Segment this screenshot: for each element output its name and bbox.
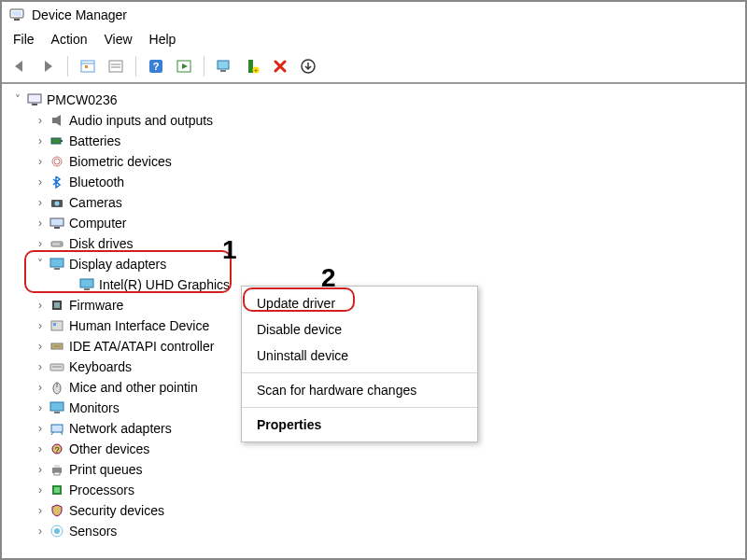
svg-rect-52 bbox=[54, 472, 60, 475]
chevron-right-icon[interactable]: › bbox=[34, 155, 47, 168]
ctx-properties[interactable]: Properties bbox=[242, 412, 477, 438]
add-legacy-hardware-button[interactable]: + bbox=[240, 54, 264, 78]
computer-icon bbox=[49, 215, 65, 231]
tree-category-node[interactable]: ›Disk drives bbox=[6, 233, 741, 254]
chevron-right-icon[interactable]: › bbox=[34, 401, 47, 414]
tree-category-node[interactable]: ›Audio inputs and outputs bbox=[6, 110, 741, 131]
svg-rect-5 bbox=[85, 65, 88, 68]
ctx-scan-hardware[interactable]: Scan for hardware changes bbox=[242, 377, 477, 403]
tree-category-node[interactable]: ›Bluetooth bbox=[6, 172, 741, 192]
tree-category-label: Monitors bbox=[69, 400, 120, 415]
tree-category-label: Biometric devices bbox=[69, 154, 172, 169]
chevron-right-icon[interactable]: › bbox=[34, 525, 47, 538]
toolbar: ? + bbox=[2, 52, 745, 84]
svg-rect-18 bbox=[28, 94, 41, 103]
tree-category-node[interactable]: ˅Display adapters bbox=[6, 254, 741, 274]
chevron-right-icon[interactable]: › bbox=[34, 134, 47, 147]
svg-rect-2 bbox=[14, 19, 20, 21]
tree-category-label: Mice and other pointin bbox=[69, 380, 198, 395]
svg-point-24 bbox=[54, 159, 60, 164]
chevron-right-icon[interactable]: › bbox=[34, 442, 47, 455]
chevron-right-icon[interactable]: › bbox=[34, 463, 47, 476]
chevron-right-icon[interactable]: › bbox=[34, 422, 47, 435]
chevron-right-icon[interactable]: › bbox=[34, 381, 47, 394]
forward-button[interactable] bbox=[35, 54, 60, 78]
chevron-right-icon[interactable]: › bbox=[34, 504, 47, 517]
chevron-right-icon[interactable]: › bbox=[34, 217, 47, 230]
console-tree-button[interactable] bbox=[76, 54, 100, 78]
svg-rect-12 bbox=[218, 61, 229, 69]
ctx-update-driver[interactable]: Update driver bbox=[242, 290, 477, 316]
chevron-right-icon[interactable]: › bbox=[34, 360, 47, 373]
tree-category-label: Disk drives bbox=[69, 236, 133, 251]
tree-category-label: Sensors bbox=[69, 524, 117, 539]
ctx-uninstall-device[interactable]: Uninstall device bbox=[242, 343, 477, 369]
speaker-icon bbox=[49, 112, 65, 129]
other-icon: ? bbox=[49, 441, 65, 457]
uninstall-device-button[interactable] bbox=[268, 54, 292, 78]
menu-bar: File Action View Help bbox=[2, 28, 745, 52]
ctx-disable-device[interactable]: Disable device bbox=[242, 316, 477, 343]
menu-help[interactable]: Help bbox=[149, 32, 176, 47]
tree-category-label: Bluetooth bbox=[69, 175, 124, 189]
menu-file[interactable]: File bbox=[13, 32, 35, 47]
camera-icon bbox=[49, 194, 65, 211]
computer-icon bbox=[26, 91, 43, 108]
svg-rect-51 bbox=[54, 465, 60, 468]
tree-category-node[interactable]: ›Computer bbox=[6, 213, 741, 233]
tree-category-node[interactable]: ›Processors bbox=[6, 480, 741, 500]
device-manager-icon bbox=[9, 7, 24, 22]
tree-category-label: Other devices bbox=[69, 441, 149, 456]
toolbar-separator bbox=[135, 56, 136, 77]
chevron-right-icon[interactable]: › bbox=[34, 175, 47, 189]
monitor-icon bbox=[49, 256, 65, 273]
help-toolbar-button[interactable]: ? bbox=[144, 54, 168, 78]
chevron-right-icon[interactable]: › bbox=[34, 319, 47, 332]
scan-hardware-button[interactable] bbox=[212, 54, 236, 78]
chevron-down-icon[interactable]: ˅ bbox=[34, 258, 47, 271]
menu-action[interactable]: Action bbox=[51, 32, 88, 47]
tree-category-label: Keyboards bbox=[69, 359, 132, 374]
chevron-right-icon[interactable]: › bbox=[34, 196, 47, 209]
svg-rect-46 bbox=[54, 412, 60, 413]
svg-rect-14 bbox=[248, 60, 253, 73]
svg-point-30 bbox=[60, 244, 62, 245]
tree-category-node[interactable]: ›Cameras bbox=[6, 192, 741, 213]
battery-icon bbox=[49, 133, 65, 149]
chevron-right-icon[interactable]: › bbox=[34, 299, 47, 312]
tree-root-node[interactable]: ˅ PMCW0236 bbox=[6, 90, 741, 110]
title-bar: Device Manager bbox=[2, 2, 745, 28]
svg-rect-20 bbox=[52, 118, 56, 123]
chevron-right-icon[interactable]: › bbox=[34, 483, 47, 497]
tree-root-label: PMCW0236 bbox=[47, 92, 117, 107]
toolbar-separator bbox=[67, 56, 68, 77]
toolbar-separator bbox=[204, 56, 204, 77]
chevron-down-icon[interactable]: ˅ bbox=[11, 93, 24, 106]
tree-category-label: Print queues bbox=[69, 462, 143, 477]
svg-rect-36 bbox=[54, 302, 60, 308]
ctx-separator bbox=[242, 372, 477, 373]
chevron-right-icon[interactable]: › bbox=[34, 114, 47, 127]
svg-rect-38 bbox=[53, 323, 56, 326]
disk-icon bbox=[49, 235, 65, 252]
fingerprint-icon bbox=[49, 153, 65, 170]
chevron-right-icon[interactable]: › bbox=[34, 237, 47, 250]
chevron-right-icon[interactable]: › bbox=[34, 340, 47, 353]
properties-toolbar-button[interactable] bbox=[104, 54, 128, 78]
svg-rect-27 bbox=[50, 218, 63, 226]
action-toolbar-button[interactable] bbox=[172, 54, 196, 78]
update-driver-button[interactable] bbox=[296, 54, 320, 78]
menu-view[interactable]: View bbox=[104, 32, 132, 47]
monitor-icon bbox=[78, 276, 95, 293]
tree-category-node[interactable]: ›Batteries bbox=[6, 131, 741, 151]
svg-rect-6 bbox=[109, 61, 122, 72]
back-button[interactable] bbox=[7, 54, 32, 78]
svg-rect-13 bbox=[220, 70, 226, 72]
tree-category-node[interactable]: ›Print queues bbox=[6, 459, 741, 480]
tree-category-node[interactable]: ›Biometric devices bbox=[6, 151, 741, 172]
tree-category-label: Network adapters bbox=[69, 421, 172, 436]
tree-category-node[interactable]: ›Sensors bbox=[6, 521, 741, 541]
svg-rect-32 bbox=[54, 268, 60, 270]
tree-category-node[interactable]: ›Security devices bbox=[6, 500, 741, 521]
printer-icon bbox=[49, 461, 65, 478]
